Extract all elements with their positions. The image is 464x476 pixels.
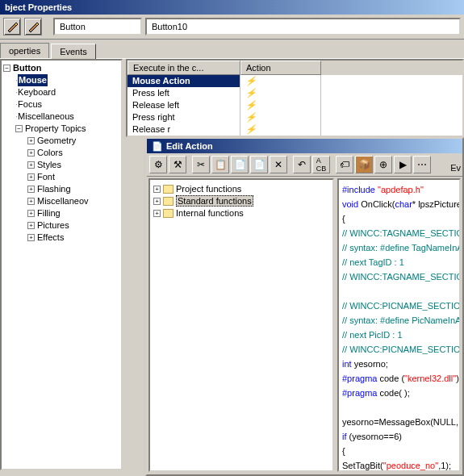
func-project[interactable]: +Project functions xyxy=(153,183,329,194)
collapse-icon[interactable]: − xyxy=(15,125,23,132)
window-title: bject Properties xyxy=(5,2,72,12)
copy-button[interactable]: 📋 xyxy=(211,156,229,173)
object-name-input[interactable]: Button10 xyxy=(145,18,461,35)
collapse-icon[interactable]: − xyxy=(3,65,10,72)
paste2-button[interactable]: 📄 xyxy=(250,156,268,173)
tree-colors[interactable]: +Colors xyxy=(27,147,119,159)
tool-button-2[interactable] xyxy=(24,18,42,35)
tree-filling[interactable]: +Filling xyxy=(27,207,119,219)
edit-titlebar[interactable]: 📄 Edit Action xyxy=(147,139,462,153)
tree-miscellaneous[interactable]: ·Miscellaneous xyxy=(15,111,119,123)
row-release-right[interactable]: Release r⚡ xyxy=(127,123,462,136)
row-press-right[interactable]: Press right⚡ xyxy=(127,111,462,123)
build-button[interactable]: ⚒ xyxy=(169,156,186,173)
main-toolbar: Button Button10 xyxy=(0,15,464,40)
tree-focus[interactable]: ·Focus xyxy=(15,98,119,111)
lightning-icon: ⚡ xyxy=(245,124,257,134)
expand-icon[interactable]: + xyxy=(27,222,35,229)
expand-icon[interactable]: + xyxy=(153,186,161,193)
edit-action-window: 📄 Edit Action ⚙ ⚒ ✂ 📋 📄 📄 ✕ ↶ ACB 🏷 📦 ⊕ … xyxy=(145,137,464,476)
lightning-icon: ⚡ xyxy=(245,112,257,122)
expand-icon[interactable]: + xyxy=(27,210,35,217)
syntax-button[interactable]: ACB xyxy=(312,156,330,173)
code-editor[interactable]: #include "apdefap.h" void OnClick(char* … xyxy=(337,178,461,472)
lightning-icon: ⚡ xyxy=(245,76,257,86)
delete-button[interactable]: ✕ xyxy=(270,156,287,173)
event-tree-panel: −Button ·Mouse ·Keyboard ·Focus ·Miscell… xyxy=(0,59,123,470)
function-tree: +Project functions +Standard functions +… xyxy=(148,178,334,472)
object-name-value: Button10 xyxy=(152,22,187,31)
folder-icon xyxy=(163,197,173,206)
expand-icon[interactable]: + xyxy=(27,161,35,169)
tag-button[interactable]: 🏷 xyxy=(336,156,353,173)
col-action[interactable]: Action xyxy=(240,61,321,75)
col-execute[interactable]: Execute in the c... xyxy=(127,61,240,75)
tree-font[interactable]: +Font xyxy=(27,171,119,183)
code-icon: 📄 xyxy=(152,141,163,152)
expand-icon[interactable]: + xyxy=(153,210,161,217)
expand-icon[interactable]: + xyxy=(27,149,35,157)
more-button[interactable]: ⋯ xyxy=(413,156,431,173)
object-button[interactable]: 📦 xyxy=(355,156,373,173)
expand-icon[interactable]: + xyxy=(27,173,35,181)
compile-button[interactable]: ⚙ xyxy=(149,156,167,173)
func-internal[interactable]: +Internal functions xyxy=(153,207,329,219)
tree-mouse[interactable]: ·Mouse xyxy=(15,74,119,86)
folder-icon xyxy=(163,209,173,218)
object-type-value: Button xyxy=(60,22,86,31)
object-type-select[interactable]: Button xyxy=(53,18,142,35)
tab-properties[interactable]: operties xyxy=(0,43,49,58)
expand-icon[interactable]: + xyxy=(27,137,35,144)
tree-styles[interactable]: +Styles xyxy=(27,159,119,171)
main-titlebar: bject Properties xyxy=(0,0,464,15)
undo-button[interactable]: ↶ xyxy=(293,156,311,173)
row-release-left[interactable]: Release left⚡ xyxy=(127,99,462,111)
expand-icon[interactable]: + xyxy=(27,198,35,205)
lightning-icon: ⚡ xyxy=(245,88,257,98)
paste-button[interactable]: 📄 xyxy=(231,156,249,173)
tool-button-1[interactable] xyxy=(3,18,21,35)
compass-button[interactable]: ⊕ xyxy=(374,156,392,173)
row-mouse-action[interactable]: Mouse Action⚡ xyxy=(127,75,462,87)
expand-icon[interactable]: + xyxy=(27,234,35,241)
tree-pictures[interactable]: +Pictures xyxy=(27,219,119,232)
cut-button[interactable]: ✂ xyxy=(192,156,210,173)
func-standard[interactable]: +Standard functions xyxy=(153,194,329,207)
lightning-icon: ⚡ xyxy=(245,100,257,110)
folder-icon xyxy=(163,185,173,194)
edit-window-title: Edit Action xyxy=(166,141,213,151)
tree-effects[interactable]: +Effects xyxy=(27,232,119,244)
tabs: operties Events xyxy=(0,40,464,59)
tree-flashing[interactable]: +Flashing xyxy=(27,183,119,195)
tree-geometry[interactable]: +Geometry xyxy=(27,135,119,147)
tree-keyboard[interactable]: ·Keyboard xyxy=(15,86,119,98)
tab-events[interactable]: Events xyxy=(51,44,96,59)
ev-label: Ev xyxy=(450,163,461,173)
nav-button[interactable]: ▶ xyxy=(394,156,412,173)
expand-icon[interactable]: + xyxy=(153,198,161,205)
edit-toolbar: ⚙ ⚒ ✂ 📋 📄 📄 ✕ ↶ ACB 🏷 📦 ⊕ ▶ ⋯ Ev xyxy=(147,153,462,177)
tree-property-topics[interactable]: −Property Topics xyxy=(15,123,119,135)
tree-misc2[interactable]: +Miscellaneov xyxy=(27,195,119,207)
row-press-left[interactable]: Press left⚡ xyxy=(127,87,462,99)
event-grid: Execute in the c... Action Mouse Action⚡… xyxy=(126,59,464,137)
expand-icon[interactable]: + xyxy=(27,186,35,193)
tree-root-button[interactable]: −Button xyxy=(3,62,119,74)
